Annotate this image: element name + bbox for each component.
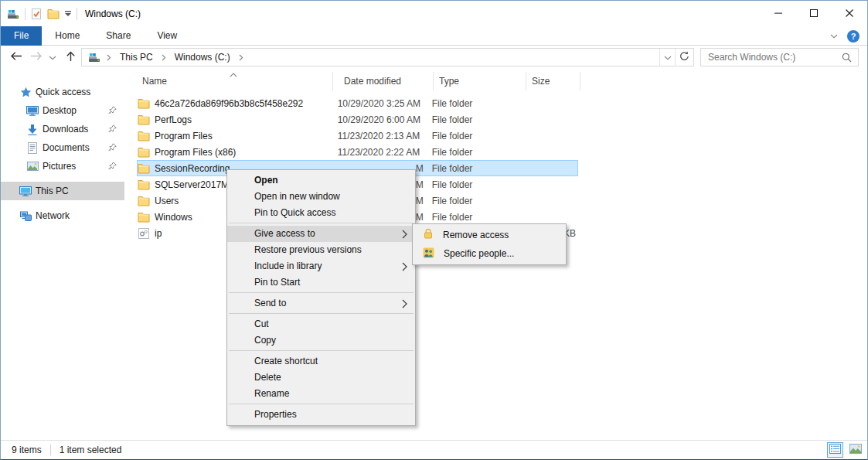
sidebar-item-desktop[interactable]: Desktop: [1, 101, 124, 120]
file-row-program-files[interactable]: Program Files11/23/2020 2:13 AMFile fold…: [137, 128, 578, 144]
breadcrumb-item-this-pc[interactable]: This PC: [113, 49, 160, 66]
pin-icon: [108, 143, 117, 154]
gear-file-icon: [138, 228, 150, 239]
type-cell: File folder: [432, 196, 524, 206]
previous-locations-button[interactable]: [659, 49, 675, 66]
menu-item-delete[interactable]: Delete: [227, 370, 415, 386]
folder-icon: [138, 163, 150, 174]
type-cell: File folder: [432, 98, 524, 109]
menu-item-open[interactable]: Open: [227, 172, 415, 189]
ribbon-tabs: FileHomeShareView: [1, 26, 867, 46]
menu-item-restore-previous-versions[interactable]: Restore previous versions: [227, 242, 415, 258]
pin-icon: [108, 162, 117, 172]
quick-access-toolbar: Windows (C:): [7, 1, 141, 26]
help-icon[interactable]: ?: [847, 30, 859, 43]
recent-locations-button[interactable]: [46, 46, 60, 69]
large-icons-view-icon: [849, 444, 862, 456]
tab-view[interactable]: View: [144, 26, 190, 46]
menu-item-give-access-to[interactable]: Give access to: [227, 226, 415, 242]
close-icon: [846, 9, 853, 19]
forward-button[interactable]: [27, 46, 46, 69]
submenu-arrow-icon: [402, 262, 407, 271]
minimize-button[interactable]: [761, 1, 796, 26]
file-name: PerfLogs: [155, 114, 192, 125]
file-row-program-files-x86[interactable]: Program Files (x86)11/23/2020 2:22 AMFil…: [137, 144, 578, 160]
sidebar-item-this-pc[interactable]: This PC: [1, 182, 124, 200]
folder-icon: [138, 147, 150, 158]
file-name-cell: PerfLogs: [138, 114, 338, 125]
tab-file[interactable]: File: [1, 26, 42, 46]
up-button[interactable]: [61, 46, 80, 69]
menu-item-pin-to-start[interactable]: Pin to Start: [227, 274, 415, 291]
column-header-name[interactable]: Name: [137, 72, 333, 90]
folder-icon: [138, 179, 150, 190]
close-button[interactable]: [832, 1, 867, 26]
refresh-button[interactable]: [675, 49, 693, 66]
search-icon[interactable]: [842, 53, 858, 63]
sidebar-item-documents[interactable]: Documents: [1, 138, 124, 157]
large-icons-view-button[interactable]: [847, 442, 863, 458]
sidebar-item-pictures[interactable]: Pictures: [1, 157, 124, 175]
menu-item-copy[interactable]: Copy: [227, 332, 415, 349]
file-row-perflogs[interactable]: PerfLogs10/29/2020 6:00 AMFile folder: [137, 111, 578, 128]
submenu-item-remove-access[interactable]: Remove access: [413, 226, 566, 244]
date-modified-cell: 11/23/2020 2:22 AM: [338, 147, 424, 158]
address-box[interactable]: This PCWindows (C:): [81, 48, 694, 66]
menu-item-cut[interactable]: Cut: [227, 316, 415, 332]
tab-home[interactable]: Home: [42, 26, 93, 46]
folder-icon: [138, 114, 150, 125]
menu-item-include-in-library[interactable]: Include in library: [227, 258, 415, 274]
sidebar-item-quick-access[interactable]: Quick access: [1, 83, 124, 101]
type-cell: File folder: [432, 114, 524, 125]
expand-ribbon-chevron-icon[interactable]: [830, 34, 838, 39]
file-name-cell: 46c2a726da869f96b3b8c5f458e292: [138, 98, 338, 109]
menu-item-pin-to-quick-access[interactable]: Pin to Quick access: [227, 205, 415, 221]
search-input[interactable]: [701, 52, 842, 63]
status-info: 9 items 1 item selected: [12, 441, 121, 459]
new-folder-icon[interactable]: [47, 9, 60, 19]
column-header-date-modified[interactable]: Date modified: [339, 72, 434, 90]
drive-icon: [7, 9, 19, 19]
file-name: Windows: [155, 212, 192, 223]
menu-separator: [229, 223, 414, 223]
star-icon: [19, 87, 32, 98]
breadcrumb-chevron-icon[interactable]: [160, 54, 168, 61]
type-cell: File folder: [432, 179, 524, 190]
type-cell: File folder: [432, 212, 524, 223]
details-view-button[interactable]: [827, 442, 843, 458]
maximize-button[interactable]: [796, 1, 832, 26]
qat-separator: [25, 8, 26, 20]
column-header-size[interactable]: Size: [526, 72, 580, 90]
back-button[interactable]: [7, 46, 26, 69]
file-name-cell: Program Files: [138, 131, 338, 141]
menu-item-rename[interactable]: Rename: [227, 386, 415, 402]
properties-check-icon[interactable]: [31, 8, 42, 20]
menu-separator: [229, 404, 414, 404]
menu-item-create-shortcut[interactable]: Create shortcut: [227, 353, 415, 370]
folder-icon: [138, 98, 150, 109]
breadcrumb-chevron-icon[interactable]: [105, 54, 113, 61]
breadcrumb-item-windows-c[interactable]: Windows (C:): [168, 49, 237, 66]
tab-share[interactable]: Share: [93, 26, 144, 46]
sidebar-item-label: This PC: [36, 186, 69, 196]
submenu-item-label: Remove access: [443, 230, 509, 240]
file-row-46c2a726da869f96b3b8c5f458e292[interactable]: 46c2a726da869f96b3b8c5f458e29210/29/2020…: [137, 95, 578, 111]
menu-item-open-in-new-window[interactable]: Open in new window: [227, 189, 415, 205]
type-cell: File folder: [432, 163, 524, 174]
refresh-icon: [679, 51, 689, 63]
customize-qat-caret-icon[interactable]: [65, 11, 71, 16]
menu-item-properties[interactable]: Properties: [227, 407, 415, 423]
breadcrumb-chevron-icon[interactable]: [237, 54, 245, 61]
menu-item-send-to[interactable]: Send to: [227, 295, 415, 312]
breadcrumb: This PCWindows (C:): [105, 49, 659, 66]
title-bar: Windows (C:): [1, 1, 867, 26]
navigation-pane: Quick accessDesktopDownloadsDocumentsPic…: [1, 69, 124, 440]
qat-separator: [77, 8, 77, 20]
network-icon: [19, 211, 32, 221]
sidebar-item-network[interactable]: Network: [1, 206, 124, 225]
file-name: SQLServer2017Me: [155, 179, 234, 190]
window-title: Windows (C:): [85, 9, 141, 19]
column-header-type[interactable]: Type: [434, 72, 526, 90]
sidebar-item-downloads[interactable]: Downloads: [1, 120, 124, 138]
submenu-item-specific-people[interactable]: Specific people...: [413, 244, 566, 263]
